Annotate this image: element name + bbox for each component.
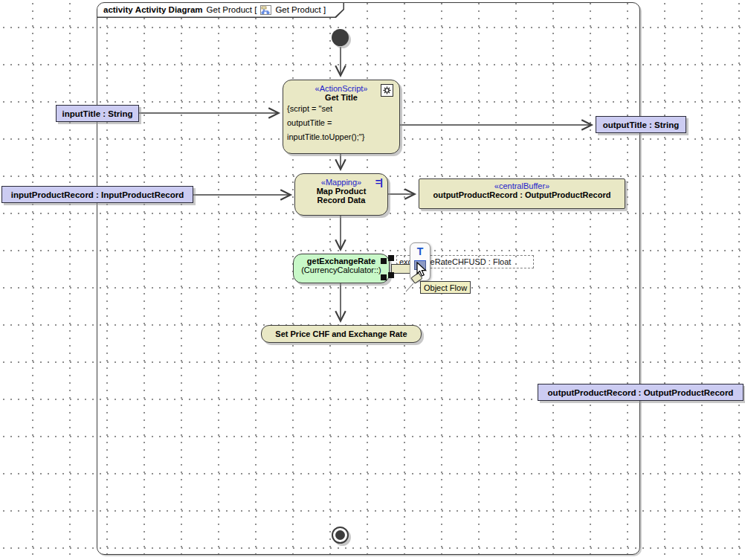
selection-handle[interactable] (388, 255, 394, 261)
parameter-outputproductrecord[interactable]: outputProductRecord : OutputProductRecor… (538, 384, 744, 401)
action-name-line1: Map Product (295, 187, 387, 196)
action-qualifier: (CurrencyCalculator::) (294, 265, 389, 274)
selection-handle[interactable] (381, 258, 387, 264)
stereotype-mapping: «Mapping» (295, 178, 387, 187)
central-buffer-node[interactable]: «centralBuffer» outputProductRecord : Ou… (419, 178, 625, 209)
activity-final-node[interactable] (332, 527, 349, 544)
action-set-price[interactable]: Set Price CHF and Exchange Rate (261, 325, 422, 343)
script-line-3: inputTitle.toUpper();"} (283, 130, 399, 144)
action-name-line2: Record Data (295, 196, 387, 205)
object-flow-tooltip: Object Flow (420, 281, 471, 294)
activity-diagram-icon (260, 5, 271, 15)
mouse-cursor (416, 262, 431, 278)
script-line-2: outputTitle = (283, 116, 399, 130)
stereotype-centralbuffer: «centralBuffer» (419, 181, 625, 190)
selection-handle[interactable] (388, 272, 394, 278)
gear-icon (381, 84, 393, 97)
initial-node[interactable] (332, 29, 349, 46)
parameter-inputtitle[interactable]: inputTitle : String (56, 105, 139, 122)
script-line-1: {script = "set (283, 102, 399, 116)
frame-title-tab[interactable]: activity Activity Diagram Get Product [ … (97, 3, 344, 18)
text-tool-icon[interactable]: T (417, 245, 424, 257)
central-buffer-name: outputProductRecord : OutputProductRecor… (419, 190, 625, 199)
mapping-icon: =| (375, 176, 382, 187)
action-name: Set Price CHF and Exchange Rate (275, 329, 407, 338)
action-map-product-record-data[interactable]: =| «Mapping» Map Product Record Data (294, 173, 388, 216)
action-name: getExchangeRate (294, 257, 389, 265)
frame-diagram-ref: Get Product ] (275, 5, 326, 14)
selection-handle[interactable] (381, 274, 387, 280)
frame-kind-keyword: activity Activity Diagram (103, 5, 203, 14)
parameter-inputproductrecord[interactable]: inputProductRecord : InputProductRecord (1, 186, 193, 203)
parameter-outputtitle[interactable]: outputTitle : String (596, 116, 686, 133)
action-get-title[interactable]: «ActionScript» Get Title {script = "set … (283, 80, 400, 154)
frame-diagram-name: Get Product [ (207, 5, 257, 14)
diagram-canvas: activity Activity Diagram Get Product [ … (0, 0, 745, 560)
action-getexchangerate[interactable]: getExchangeRate (CurrencyCalculator::) (293, 254, 390, 283)
